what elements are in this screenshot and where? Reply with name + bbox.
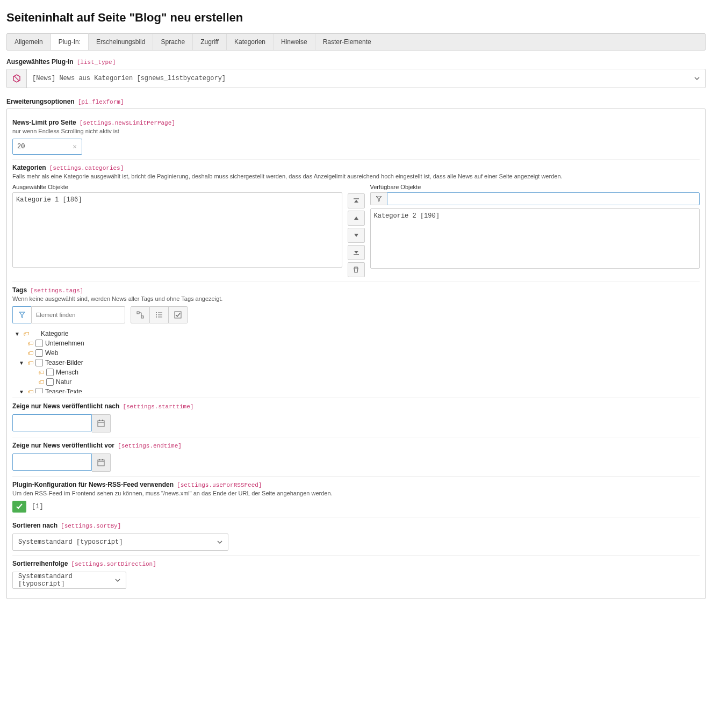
tree-checkbox[interactable] [35, 388, 43, 393]
starttime-input[interactable] [12, 414, 92, 431]
tag-icon: 🏷 [27, 340, 33, 347]
tree-checkbox[interactable] [35, 340, 43, 347]
plugin-label: Ausgewähltes Plug-In[list_type] [6, 58, 706, 66]
sortdir-label: Sortierreihenfolge[settings.sortDirectio… [12, 560, 700, 567]
endtime-input[interactable] [12, 453, 92, 471]
move-bottom-button[interactable] [348, 245, 365, 260]
sortby-label: Sortieren nach[settings.sortBy] [12, 522, 700, 529]
tabs: Allgemein Plug-In: Erscheinungsbild Spra… [6, 33, 706, 51]
categories-help: Falls mehr als eine Kategorie ausgewählt… [12, 173, 700, 179]
tags-filter-input[interactable] [31, 306, 125, 323]
ext-options-label: Erweiterungsoptionen[pi_flexform] [6, 98, 706, 105]
sortby-value: Systemstandard [typoscript] [13, 538, 212, 546]
tab-kategorien[interactable]: Kategorien [227, 34, 274, 50]
sortdir-value: Systemstandard [typoscript] [13, 573, 110, 588]
news-limit-help: nur wenn Endless Scrolling nicht aktiv i… [12, 128, 700, 134]
move-down-button[interactable] [348, 228, 365, 243]
endtime-label: Zeige nur News veröffentlicht vor[settin… [12, 442, 700, 449]
plugin-tech: [list_type] [77, 59, 116, 66]
tab-raster[interactable]: Raster-Elemente [315, 34, 379, 50]
selected-listbox[interactable]: Kategorie 1 [186] [12, 192, 342, 268]
move-top-button[interactable] [348, 193, 365, 208]
tree-item[interactable]: Unternehmen [45, 340, 84, 347]
rss-label: Plugin-Konfiguration für News-RSS-Feed v… [12, 481, 700, 488]
svg-rect-4 [137, 312, 139, 314]
ext-options-tech: [pi_flexform] [78, 99, 124, 105]
tag-icon: 🏷 [27, 350, 33, 356]
available-listbox[interactable]: Kategorie 2 [190] [370, 208, 700, 269]
clear-icon[interactable]: × [69, 142, 80, 151]
page-title: Seiteninhalt auf Seite "Blog" neu erstel… [6, 11, 706, 25]
list-item[interactable]: Kategorie 1 [186] [16, 196, 339, 204]
tag-icon: 🏷 [27, 359, 33, 366]
tag-icon: 🏷 [23, 330, 29, 337]
calendar-button[interactable] [92, 414, 111, 433]
calendar-button[interactable] [92, 453, 111, 472]
plugin-select[interactable]: [News] News aus Kategorien [sgnews_listb… [6, 69, 706, 88]
available-label: Verfügbare Objekte [370, 184, 700, 190]
tags-help: Wenn keine ausgewählt sind, werden News … [12, 295, 700, 302]
tags-tree: ▼🏷Kategorie 🏷Unternehmen 🏷Web ▼🏷Teaser-B… [12, 329, 700, 393]
tree-list-button[interactable] [150, 306, 169, 323]
filter-icon [12, 306, 31, 323]
tab-erscheinungsbild[interactable]: Erscheinungsbild [89, 34, 153, 50]
ext-options-fieldset: News-Limit pro Seite[settings.newsLimitP… [6, 109, 706, 599]
delete-button[interactable] [348, 262, 365, 277]
tag-icon: 🏷 [38, 379, 44, 385]
tags-label: Tags[settings.tags] [12, 286, 700, 294]
selected-label: Ausgewählte Objekte [12, 184, 342, 190]
tree-expand-button[interactable] [131, 306, 150, 323]
tab-sprache[interactable]: Sprache [153, 34, 193, 50]
chevron-down-icon [689, 75, 705, 82]
starttime-label: Zeige nur News veröffentlicht nach[setti… [12, 402, 700, 410]
tab-zugriff[interactable]: Zugriff [193, 34, 227, 50]
tag-icon: 🏷 [38, 369, 44, 376]
sortdir-select[interactable]: Systemstandard [typoscript] [12, 572, 126, 589]
plugin-icon [7, 69, 27, 88]
news-limit-label: News-Limit pro Seite[settings.newsLimitP… [12, 119, 700, 126]
tree-checkbox[interactable] [35, 359, 43, 366]
tree-item[interactable]: Mensch [56, 369, 78, 376]
svg-point-7 [156, 314, 157, 315]
list-item[interactable]: Kategorie 2 [190] [374, 212, 696, 220]
tree-root: Kategorie [41, 330, 68, 337]
svg-rect-17 [98, 460, 104, 466]
rss-help: Um den RSS-Feed im Frontend sehen zu kön… [12, 490, 700, 496]
tree-checkbox[interactable] [35, 349, 43, 357]
svg-point-6 [156, 312, 157, 313]
plugin-value: [News] News aus Kategorien [sgnews_listb… [27, 75, 689, 82]
svg-line-1 [15, 76, 19, 81]
tree-toggle-icon[interactable]: ▼ [15, 331, 21, 337]
move-up-button[interactable] [348, 211, 365, 226]
tab-plugin[interactable]: Plug-In: [51, 33, 89, 50]
tag-icon: 🏷 [27, 388, 33, 393]
available-filter-input[interactable] [387, 192, 700, 205]
tab-hinweise[interactable]: Hinweise [274, 34, 315, 50]
tree-checkbox[interactable] [46, 378, 54, 386]
chevron-down-icon [212, 539, 228, 545]
tree-item[interactable]: Natur [56, 378, 71, 386]
tree-toggle-icon[interactable]: ▼ [19, 389, 25, 394]
svg-rect-5 [141, 316, 143, 318]
sortby-select[interactable]: Systemstandard [typoscript] [12, 534, 228, 551]
tree-toggle-icon[interactable]: ▼ [19, 360, 25, 366]
filter-icon [370, 192, 387, 205]
chevron-down-icon [110, 577, 126, 583]
categories-label: Kategorien[settings.categories] [12, 164, 700, 171]
svg-rect-12 [175, 312, 181, 318]
tree-item[interactable]: Web [45, 349, 58, 357]
tree-item[interactable]: Teaser-Bilder [45, 359, 83, 366]
tab-allgemein[interactable]: Allgemein [7, 34, 51, 50]
svg-point-8 [156, 316, 157, 318]
rss-value: [1] [32, 503, 44, 510]
tree-checkall-button[interactable] [169, 306, 188, 323]
svg-rect-13 [98, 421, 104, 427]
tree-item[interactable]: Teaser-Texte [45, 388, 82, 393]
rss-toggle[interactable] [12, 501, 26, 513]
tree-checkbox[interactable] [46, 369, 54, 376]
